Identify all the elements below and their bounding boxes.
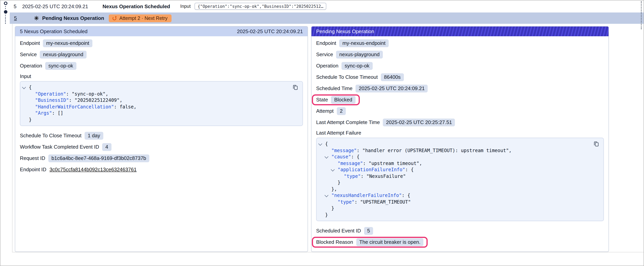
timeline-connector	[5, 6, 6, 9]
json-key: "type"	[338, 199, 354, 205]
field-row-endpoint: Endpointmy-nexus-endpoint	[316, 38, 604, 49]
field-label-schedule-to-close-timeout: Schedule To Close Timeout	[316, 74, 378, 80]
field-value-badge-blocked-reason: The circuit breaker is open.	[356, 238, 424, 246]
json-key: "Args"	[35, 110, 52, 116]
field-value-badge-attempt: 2	[337, 107, 346, 115]
field-row-operation: Operationsync-op-ok	[20, 60, 303, 71]
field-label-operation: Operation	[316, 63, 338, 69]
field-value-badge-service: nexus-playground	[336, 51, 383, 58]
history-row-pending-nexus-operation[interactable]: 5 Pending Nexus Operation Attempt 2 · Ne…	[10, 13, 644, 24]
json-token: :	[66, 91, 72, 97]
input-preview-chip[interactable]: {"Operation":"sync-op-ok","BusinessID":"…	[194, 3, 326, 10]
json-token: :	[354, 199, 360, 205]
field-row-service: Servicenexus-playground	[316, 49, 604, 60]
input-json-code: {"Operation": "sync-op-ok","BusinessID":…	[20, 82, 302, 126]
json-line: "type": "NexusFailure"	[316, 173, 604, 179]
json-key: "cause"	[331, 154, 351, 159]
event-fields-bottom: Schedule To Close Timeout1 dayWorkflow T…	[20, 130, 303, 175]
json-string-value: "NexusFailure"	[366, 173, 406, 179]
json-token: :	[114, 104, 120, 109]
field-label-service: Service	[316, 52, 333, 57]
field-row-request-id: Request IDb1c6a4bc-8ee7-468a-9169-df3b02…	[20, 152, 303, 164]
attempt-retry-badge: Attempt 2 · Next Retry	[109, 14, 171, 22]
json-line: }	[316, 179, 604, 186]
field-label-endpoint-id: Endpoint ID	[20, 167, 46, 172]
field-row-blocked-reason: Blocked ReasonThe circuit breaker is ope…	[316, 236, 604, 248]
json-line: "Args": []	[20, 110, 302, 116]
field-label-scheduled-event-id: Scheduled Event ID	[316, 228, 361, 234]
json-key: "type"	[344, 173, 361, 179]
json-line: "type": "UPSTREAM_TIMEOUT"	[316, 199, 604, 205]
json-string-value: "upstream timeout"	[368, 160, 419, 166]
collapse-chevron-icon[interactable]	[22, 85, 26, 89]
collapse-chevron-icon[interactable]	[324, 155, 328, 159]
json-token: : {	[405, 167, 414, 172]
json-string-value: "UPSTREAM_TIMEOUT"	[360, 199, 411, 205]
field-row-scheduled-event-id: Scheduled Event ID5	[316, 225, 604, 236]
pending-event-id-link[interactable]: 5	[14, 15, 17, 21]
json-line: "BusinessID": "20250225122409",	[20, 97, 302, 104]
event-id: 5	[14, 3, 18, 9]
json-line: "cause": {	[316, 154, 604, 160]
input-section-label: Input	[20, 73, 303, 80]
event-fields-top: Endpointmy-nexus-endpointServicenexus-pl…	[20, 38, 303, 71]
json-key: "HandlerWaitForCancellation"	[35, 104, 114, 109]
field-label-service: Service	[20, 52, 37, 57]
field-value-badge-service: nexus-playground	[40, 51, 86, 58]
json-token: false	[120, 104, 134, 109]
event-timestamp: 2025-02-25 UTC 20:24:09.21	[22, 3, 96, 9]
collapse-chevron-icon[interactable]	[318, 142, 322, 146]
retry-icon	[112, 16, 117, 21]
field-row-state: StateBlocked	[316, 94, 604, 105]
failure-json-viewer: {"message": "handler error (UPSTREAM_TIM…	[316, 138, 604, 221]
json-token: }	[338, 180, 340, 185]
input-json-viewer: {"Operation": "sync-op-ok","BusinessID":…	[20, 81, 303, 126]
field-row-attempt: Attempt2	[316, 105, 604, 117]
field-value-link-endpoint-id[interactable]: 3c0c75ccfa8144b092c13ce632463761	[50, 167, 137, 172]
field-label-endpoint: Endpoint	[316, 40, 336, 46]
pending-card-title: Pending Nexus Operation	[316, 29, 374, 34]
field-value-badge-scheduled-time: 2025-02-25 UTC 20:24:09.21	[356, 84, 428, 92]
json-token: :	[52, 110, 58, 116]
json-key: "BusinessID"	[35, 98, 69, 103]
event-name: Nexus Operation Scheduled	[102, 3, 170, 9]
json-token: }	[325, 212, 328, 217]
field-value-badge-operation: sync-op-ok	[342, 62, 372, 70]
field-row-workflow-task-completed-event-id: Workflow Task Completed Event ID4	[20, 141, 303, 152]
pending-card-header: Pending Nexus Operation	[312, 27, 608, 36]
json-token: :	[363, 160, 368, 166]
timeline-event-node-icon	[4, 2, 7, 5]
field-value-badge-operation: sync-op-ok	[45, 62, 76, 70]
json-key: "Operation"	[35, 91, 66, 97]
json-key: "applicationFailureInfo"	[338, 167, 405, 172]
json-token: []	[58, 110, 63, 116]
field-row-endpoint-id: Endpoint ID3c0c75ccfa8144b092c13ce632463…	[20, 164, 303, 175]
json-string-value: "handler error (UPSTREAM_TIMEOUT): upstr…	[362, 148, 509, 153]
field-value-badge-endpoint: my-nexus-endpoint	[43, 39, 92, 47]
field-value-badge-schedule-to-close-timeout: 86400s	[381, 73, 404, 81]
timeline-right-track	[641, 1, 642, 29]
field-row-schedule-to-close-timeout: Schedule To Close Timeout86400s	[316, 71, 604, 83]
collapse-chevron-icon[interactable]	[324, 193, 328, 197]
annotation-highlight-state: StateBlocked	[312, 94, 360, 105]
collapse-chevron-icon[interactable]	[331, 167, 335, 171]
json-line: }	[316, 212, 604, 218]
failure-section-label: Last Attempt Failure	[316, 129, 604, 136]
field-value-badge-request-id: b1c6a4bc-8ee7-468a-9169-df3b02c8737b	[48, 154, 149, 162]
field-label-state: State	[316, 97, 328, 103]
json-token: :	[361, 173, 366, 179]
event-card-body: Endpointmy-nexus-endpointServicenexus-pl…	[15, 36, 308, 175]
history-row-nexus-operation-scheduled[interactable]: 5 2025-02-25 UTC 20:24:09.21 Nexus Opera…	[0, 1, 644, 12]
field-label-schedule-to-close-timeout: Schedule To Close Timeout	[20, 133, 82, 138]
pending-fields-bottom: Scheduled Event ID5Blocked ReasonThe cir…	[316, 225, 604, 248]
json-token: ,	[509, 148, 512, 153]
json-line: "message": "handler error (UPSTREAM_TIME…	[316, 147, 604, 154]
field-row-service: Servicenexus-playground	[20, 49, 303, 60]
json-line: {	[316, 141, 604, 147]
field-label-blocked-reason: Blocked Reason	[316, 239, 353, 245]
pending-card-body: Endpointmy-nexus-endpointServicenexus-pl…	[312, 36, 608, 248]
pending-asterisk-icon	[34, 16, 39, 21]
json-line: "nexusHandlerFailureInfo": {	[316, 192, 604, 199]
event-card-timestamp: 2025-02-25 UTC 20:24:09.21	[237, 29, 303, 34]
field-label-request-id: Request ID	[20, 155, 45, 161]
